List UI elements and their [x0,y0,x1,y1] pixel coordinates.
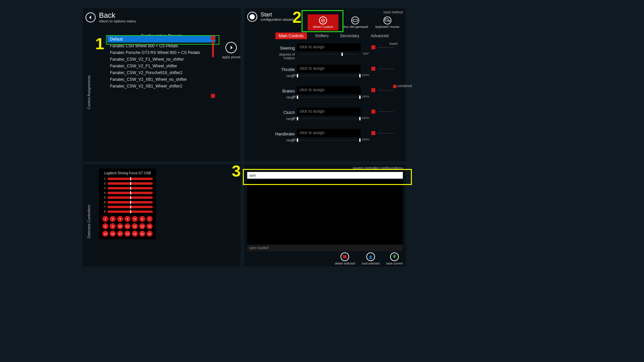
apply-preset-button[interactable]: apply preset [222,42,240,59]
preset-item[interactable]: Default [107,36,215,43]
tab-advanced[interactable]: Advanced [367,33,392,39]
control-handbrake: Handbrakeclick to assignrange0%100% [265,129,400,150]
scroll-down-icon[interactable] [211,94,215,98]
steering-wheel-icon [247,12,257,22]
control-assignments-label: Control Assignments [87,75,91,109]
axis-bar [108,206,153,208]
preset-list[interactable]: DefaultFanatec CSR Wheel 900 + CS Pedals… [107,36,215,98]
control-sublabel: range [275,138,295,142]
control-label: Clutch [265,110,295,115]
invert-checkbox[interactable] [371,131,375,135]
input-method-keyboard-mouse[interactable]: keyboard / mouse [372,14,403,31]
invert-checkbox[interactable] [371,110,375,114]
input-method-wheel-custom[interactable]: wheel / custom [308,14,338,31]
tab-shifters[interactable]: Shifters [312,33,332,39]
saved-configs-panel: saved controller configurations sam load… [245,165,406,266]
svg-rect-7 [343,255,346,258]
scroll-up-icon[interactable] [211,36,215,40]
load-icon [366,252,375,261]
controller-button: 8 [102,223,108,229]
control-label: Throttle [265,67,295,72]
save-icon [390,252,399,261]
saved-list[interactable] [247,180,403,244]
saved-status: sam loaded [247,245,403,251]
control-sublabel: range [275,74,295,78]
axis-row: 5 [102,196,153,199]
preset-item[interactable]: Fanatec_CSW_V2_XB1_Wheel_shifter2 [107,83,215,89]
assign-input[interactable]: click to assign [297,43,361,51]
controller-button: 14 [147,223,153,229]
preset-item[interactable]: Fanatec_CSW_V2_XB1_Wheel_no_shifter [107,76,215,83]
input-method-label: input method [383,10,403,14]
start-title: Start [261,12,293,17]
svg-point-6 [389,20,390,21]
control-throttle: Throttleclick to assignrange0%100% [265,65,400,86]
controller-button: 19 [132,231,138,237]
input-method-xbox-360-gamepad[interactable]: xbox 360 gamepad [340,14,371,31]
input-method-icon [319,16,327,24]
controller-button: 16 [110,231,116,237]
input-method-icon [383,16,391,24]
tab-main-controls[interactable]: Main Controls [275,33,307,39]
controller-button: 12 [132,223,138,229]
preset-item[interactable]: Fanatec_CSW_V2_F1_Wheel_no_shifter [107,56,215,63]
controller-button: 1 [102,216,108,222]
apply-label: apply preset [222,55,240,59]
invert-checkbox[interactable] [371,45,375,49]
control-label: Brakes [265,89,295,94]
controller-button: 10 [117,223,123,229]
range-slider[interactable]: 0%100% [297,117,361,120]
saved-title: saved controller configurations [353,166,403,170]
back-button[interactable]: Back return to options menu [83,8,240,26]
apply-arrow-icon [225,42,237,53]
save-current-button[interactable]: save current [386,252,403,265]
back-arrow-icon [86,12,96,22]
control-label: Steering [265,46,295,51]
axis-row: 3 [102,186,153,190]
controller-name: Logitech Driving Force GT USB [102,171,153,175]
invert-checkbox[interactable] [371,67,375,71]
axis-row: 6 [102,200,153,204]
scroll-thumb[interactable] [212,41,214,57]
controller-button: 4 [124,216,130,222]
assign-input[interactable]: click to assign [297,86,361,94]
svg-point-2 [321,19,325,22]
delete-icon [340,252,349,261]
start-subtitle: configuration wizard [261,17,293,21]
range-slider[interactable]: 900° [297,53,361,56]
controller-button: 15 [102,231,108,237]
svg-rect-4 [353,19,358,21]
range-slider[interactable]: 0%100% [297,74,361,77]
preset-scrollbar[interactable] [211,36,215,98]
controller-button: 21 [147,231,153,237]
control-brakes: Brakesclick to assignrange0%100% [265,86,400,108]
config-name-input[interactable] [247,172,403,179]
tab-secondary[interactable]: Secondary [337,33,363,39]
axis-bar [108,182,153,185]
controls-panel: Start configuration wizard input method … [245,8,406,161]
control-steering: Steeringclick to assigndegrees of rotati… [265,43,400,65]
control-sublabel: range [275,96,295,99]
load-selected-button[interactable]: load selected [362,252,379,265]
controller-button: 9 [110,223,116,229]
controller-button: 6 [139,216,145,222]
preset-item[interactable]: Fanatec Porsche GT3 RS Wheel 900 + CS Pe… [107,49,215,56]
preset-item[interactable]: Fanatec_CSW_V2_Porsche918_shifter2 [107,69,215,76]
axis-row: 4 [102,191,153,194]
invert-checkbox[interactable] [371,88,375,92]
presets-panel: Back return to options menu Configuratio… [83,8,240,161]
assign-input[interactable]: click to assign [297,108,361,116]
preset-item[interactable]: Fanatec_CSW_V2_F1_Wheel_shifter [107,63,215,69]
controller-button: 5 [132,216,138,222]
range-slider[interactable]: 0%100% [297,138,361,142]
axis-bar [108,192,153,194]
assign-input[interactable]: click to assign [297,129,361,137]
tabs: Main ControlsShiftersSecondaryAdvanced [275,33,392,39]
delete-selected-button[interactable]: delete selected [335,252,355,265]
controller-button: 7 [147,216,153,222]
controller-button: 3 [117,216,123,222]
range-slider[interactable]: 0%100% [297,96,361,99]
axis-bar [108,201,153,203]
assign-input[interactable]: click to assign [297,65,361,73]
preset-item[interactable]: Fanatec CSR Wheel 900 + CS Pedals [107,43,215,49]
